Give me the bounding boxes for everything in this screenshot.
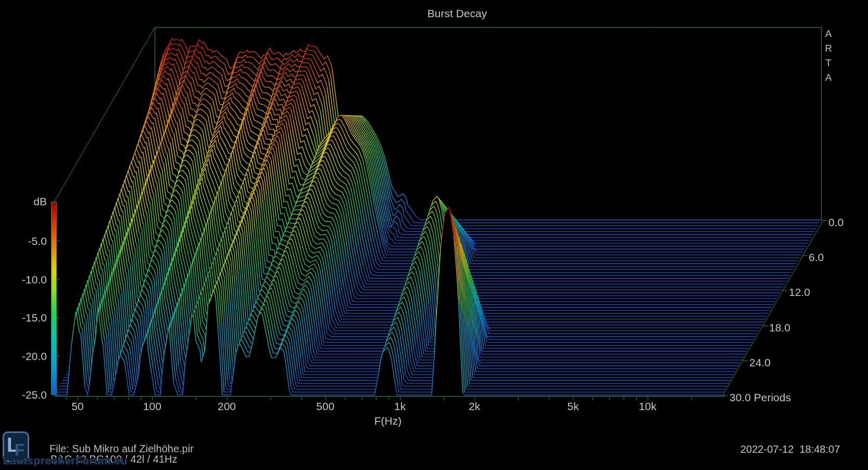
page-title: Burst Decay xyxy=(427,8,487,19)
freq-tick-label: 200 xyxy=(218,401,236,412)
periods-tick-label: 24.0 xyxy=(749,356,771,367)
db-tick-label: -10.0 xyxy=(22,274,47,285)
arta-badge-letter: A xyxy=(825,72,832,82)
freq-axis-title: F(Hz) xyxy=(374,415,401,426)
periods-tick-label: 0.0 xyxy=(828,217,844,228)
db-tick-label: -25.0 xyxy=(22,389,47,400)
db-tick-label: -5.0 xyxy=(28,235,47,246)
freq-tick-label: 500 xyxy=(316,401,334,412)
db-tick-label: -15.0 xyxy=(22,312,47,323)
periods-tick-label: 6.0 xyxy=(809,252,824,263)
freq-tick-label: 50 xyxy=(71,401,83,412)
burst-decay-window: Burst Decay A R T A dB F(Hz) L F Lautspr… xyxy=(0,0,868,470)
periods-tick-label: 12.0 xyxy=(789,287,810,298)
freq-tick-label: 100 xyxy=(143,401,161,412)
periods-tick-label: 30.0 Periods xyxy=(729,392,791,403)
watermark-text: LautsprecherForum.eu xyxy=(3,455,128,466)
timestamp-label: 2022-07-12 18:48:07 xyxy=(740,444,840,454)
db-tick-label: -20.0 xyxy=(22,351,47,362)
file-name-label: File: Sub Mikro auf Zielhöhe.pir xyxy=(49,443,194,454)
db-axis-title: dB xyxy=(33,196,47,207)
arta-badge-letter: T xyxy=(825,58,832,68)
arta-badge-letter: A xyxy=(825,29,832,39)
freq-tick-label: 5k xyxy=(567,401,578,412)
freq-tick-label: 10k xyxy=(639,401,657,412)
freq-tick-label: 1k xyxy=(394,401,406,412)
arta-badge-letter: R xyxy=(825,43,832,53)
freq-tick-label: 2k xyxy=(469,401,480,412)
periods-tick-label: 18.0 xyxy=(769,321,790,332)
